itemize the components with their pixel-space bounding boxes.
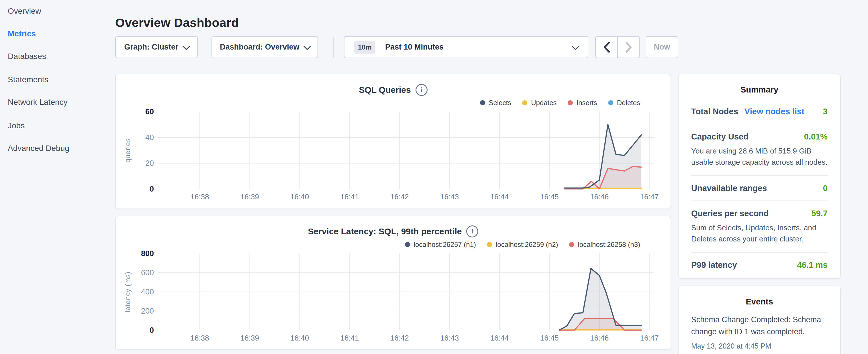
chevron-down-icon xyxy=(304,43,311,50)
y-tick-label: 0 xyxy=(122,185,154,194)
legend-label: localhost:26259 (n2) xyxy=(496,240,558,249)
legend-item[interactable]: localhost:26259 (n2) xyxy=(487,240,558,249)
summary-row-line: Queries per second59.7 xyxy=(691,209,828,218)
legend-dot-icon xyxy=(522,100,527,105)
x-tick-label: 16:38 xyxy=(180,334,220,343)
app-root: OverviewMetricsDatabasesStatementsNetwor… xyxy=(0,0,868,354)
x-tick-label: 16:39 xyxy=(229,192,270,201)
legend-label: localhost:26257 (n1) xyxy=(414,240,476,249)
next-time-button[interactable] xyxy=(618,37,639,58)
summary-row-value: 3 xyxy=(823,107,828,116)
y-axis-title: queries xyxy=(124,138,132,163)
x-tick-label: 16:41 xyxy=(330,334,370,343)
event-timestamp: May 13, 2020 at 4:45 PM xyxy=(691,342,828,350)
legend-label: Inserts xyxy=(577,99,597,107)
x-tick-label: 16:45 xyxy=(529,334,569,343)
x-tick-label: 16:44 xyxy=(479,334,520,343)
chart-plot[interactable] xyxy=(158,112,654,189)
time-step-group xyxy=(595,36,640,58)
info-icon[interactable]: i xyxy=(466,225,478,237)
summary-row-line: P99 latency46.1 ms xyxy=(691,260,828,270)
x-tick-label: 16:42 xyxy=(379,192,420,201)
x-tick-label: 16:38 xyxy=(180,192,220,201)
y-tick-label: 800 xyxy=(122,249,154,258)
summary-row-label: P99 latency xyxy=(691,260,737,270)
sidebar-item-jobs[interactable]: Jobs xyxy=(8,121,25,131)
chevron-right-icon xyxy=(625,41,632,53)
chevron-left-icon xyxy=(603,41,610,53)
x-tick-label: 16:47 xyxy=(629,334,670,343)
prev-time-button[interactable] xyxy=(596,37,618,58)
legend-dot-icon xyxy=(405,242,410,247)
sidebar-item-metrics[interactable]: Metrics xyxy=(8,29,36,39)
chart-plot[interactable] xyxy=(158,254,654,330)
chart-card-sql-queries: SQL QueriesiSelectsUpdatesInsertsDeletes… xyxy=(115,74,671,209)
summary-row-line: Capacity Used0.01% xyxy=(691,132,828,141)
x-tick-label: 16:40 xyxy=(280,192,320,201)
sidebar-item-network-latency[interactable]: Network Latency xyxy=(8,97,68,107)
events-list: Schema Change Completed: Schema change w… xyxy=(679,307,840,350)
x-tick-label: 16:43 xyxy=(430,192,470,201)
summary-row-value: 46.1 ms xyxy=(797,260,828,270)
legend-item[interactable]: Inserts xyxy=(568,99,597,107)
time-window-dropdown[interactable]: 10m Past 10 Minutes xyxy=(344,36,588,58)
toolbar-divider xyxy=(333,37,334,58)
summary-row-line: Unavailable ranges0 xyxy=(691,184,828,193)
sidebar-item-overview[interactable]: Overview xyxy=(8,6,41,16)
sidebar-item-statements[interactable]: Statements xyxy=(8,75,49,85)
summary-card: Summary Total NodesView nodes list3Capac… xyxy=(678,74,841,279)
summary-row-value: 59.7 xyxy=(811,209,828,218)
summary-row-value: 0 xyxy=(823,184,828,193)
summary-rows: Total NodesView nodes list3Capacity Used… xyxy=(679,95,840,277)
legend-dot-icon xyxy=(569,242,574,247)
x-tick-label: 16:42 xyxy=(379,334,420,343)
y-tick-label: 60 xyxy=(122,107,154,116)
x-tick-label: 16:44 xyxy=(479,192,520,201)
legend-label: Updates xyxy=(531,99,557,107)
x-tick-label: 16:46 xyxy=(580,192,620,201)
legend-item[interactable]: Deletes xyxy=(608,99,640,107)
x-tick-label: 16:47 xyxy=(629,192,670,201)
legend-dot-icon xyxy=(568,100,573,105)
legend-dot-icon xyxy=(480,100,485,105)
chart-legend: SelectsUpdatesInsertsDeletes xyxy=(480,99,641,107)
legend-item[interactable]: Updates xyxy=(522,99,557,107)
legend-item[interactable]: Selects xyxy=(480,99,512,107)
chevron-down-icon xyxy=(572,43,579,50)
summary-row: Total NodesView nodes list3 xyxy=(691,99,828,124)
chart-card-service-latency: Service Latency: SQL, 99th percentileilo… xyxy=(115,216,671,350)
summary-row-subtext: You are using 28.6 MiB of 515.9 GiB usab… xyxy=(691,146,828,168)
graph-dropdown[interactable]: Graph: Cluster xyxy=(115,36,198,58)
now-button[interactable]: Now xyxy=(646,36,678,58)
chart-title-row: Service Latency: SQL, 99th percentilei xyxy=(116,225,671,237)
sidebar-item-databases[interactable]: Databases xyxy=(8,52,46,61)
legend-label: Selects xyxy=(489,99,512,107)
y-tick-label: 0 xyxy=(122,326,154,335)
events-card: Events Schema Change Completed: Schema c… xyxy=(678,286,841,354)
summary-row-subtext: Sum of Selects, Updates, Inserts, and De… xyxy=(691,222,828,245)
graph-dropdown-label: Graph: Cluster xyxy=(124,43,178,52)
chart-title: SQL Queries xyxy=(359,85,411,95)
chart-legend: localhost:26257 (n1)localhost:26259 (n2)… xyxy=(405,240,640,249)
legend-label: Deletes xyxy=(617,99,640,107)
x-tick-label: 16:43 xyxy=(430,334,470,343)
summary-row-label: Queries per second xyxy=(691,209,769,218)
summary-row: Unavailable ranges0 xyxy=(691,175,828,200)
event-item: Schema Change Completed: Schema change w… xyxy=(691,314,828,350)
now-button-label: Now xyxy=(654,43,670,52)
legend-item[interactable]: localhost:26258 (n3) xyxy=(569,240,640,249)
info-icon[interactable]: i xyxy=(415,84,428,96)
legend-item[interactable]: localhost:26257 (n1) xyxy=(405,240,476,249)
y-axis-title: latency (ms) xyxy=(124,271,132,313)
view-nodes-list-link[interactable]: View nodes list xyxy=(744,107,804,116)
summary-row-label: Unavailable ranges xyxy=(691,184,767,193)
chart-title-row: SQL Queriesi xyxy=(116,84,671,96)
x-tick-label: 16:45 xyxy=(529,192,569,201)
summary-row-label: Capacity Used xyxy=(691,132,748,141)
dashboard-dropdown[interactable]: Dashboard: Overview xyxy=(212,36,318,58)
summary-row-line: Total NodesView nodes list3 xyxy=(691,107,828,116)
legend-dot-icon xyxy=(487,242,492,247)
event-text: Schema Change Completed: Schema change w… xyxy=(691,314,828,338)
summary-title: Summary xyxy=(679,74,840,95)
sidebar-item-advanced-debug[interactable]: Advanced Debug xyxy=(8,143,69,153)
